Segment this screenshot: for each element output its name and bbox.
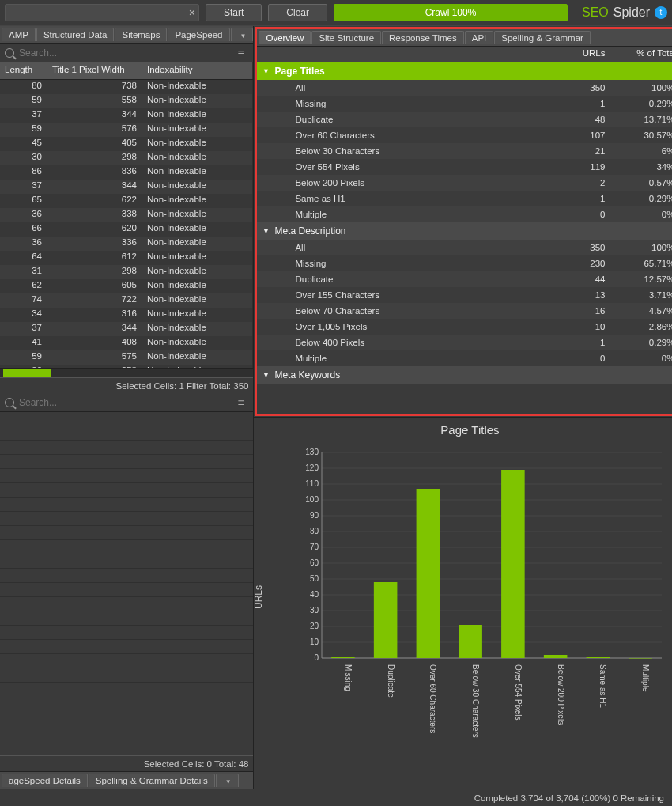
tab-spelling-grammar-details[interactable]: Spelling & Grammar Details (89, 774, 215, 787)
section-header[interactable]: ▼Page Titles (257, 62, 672, 80)
list-item[interactable] (0, 583, 253, 597)
svg-rect-38 (502, 470, 526, 658)
list-item[interactable] (0, 597, 253, 611)
brand-logo: SEO Spider t (574, 6, 667, 20)
crawl-progress: Crawl 100% (334, 4, 568, 21)
table-row[interactable]: 59576Non-Indexable (0, 123, 253, 137)
table-row[interactable]: 86836Non-Indexable (0, 165, 253, 180)
chart-ylabel: URLs (253, 585, 264, 608)
lower-grid (0, 412, 253, 755)
start-button[interactable]: Start (206, 4, 262, 21)
col-title-pixel-width[interactable]: Title 1 Pixel Width (47, 62, 142, 79)
table-row[interactable]: 36338Non-Indexable (0, 208, 253, 222)
url-input[interactable]: × (5, 4, 199, 21)
col-indexability[interactable]: Indexability (142, 62, 253, 79)
table-row[interactable]: 36336Non-Indexable (0, 237, 253, 251)
table-row[interactable]: 37344Non-Indexable (0, 322, 253, 336)
filter-row[interactable]: Over 554 Pixels11934% (257, 159, 672, 175)
list-item[interactable] (0, 626, 253, 640)
table-row[interactable]: 62605Non-Indexable (0, 279, 253, 293)
section-header[interactable]: ▼Meta Description (257, 222, 672, 240)
search-input[interactable] (19, 47, 232, 59)
filter-row[interactable]: Below 200 Pixels20.57% (257, 175, 672, 191)
table-row[interactable]: 37344Non-Indexable (0, 180, 253, 194)
table-row[interactable]: 64612Non-Indexable (0, 251, 253, 265)
svg-text:Below 30 Characters: Below 30 Characters (472, 664, 481, 738)
filter-row[interactable]: Duplicate4813.71% (257, 112, 672, 127)
list-item[interactable] (0, 455, 253, 469)
col-urls[interactable]: URLs (548, 47, 611, 62)
table-row[interactable]: 37344Non-Indexable (0, 108, 253, 123)
clear-button[interactable]: Clear (268, 4, 327, 21)
table-row[interactable]: 74722Non-Indexable (0, 293, 253, 308)
table-row[interactable]: 80738Non-Indexable (0, 80, 253, 94)
tabs-overflow[interactable] (231, 28, 254, 41)
filter-row[interactable]: Over 155 Characters133.71% (257, 287, 672, 303)
left-hscroll[interactable] (0, 368, 253, 377)
filter-row[interactable]: Below 70 Characters164.57% (257, 303, 672, 319)
list-item[interactable] (0, 554, 253, 569)
table-row[interactable]: 31298Non-Indexable (0, 265, 253, 279)
table-row[interactable]: 41408Non-Indexable (0, 336, 253, 350)
table-row[interactable]: 30298Non-Indexable (0, 151, 253, 165)
filter-icon[interactable]: ≡ (237, 47, 248, 59)
table-row[interactable]: 65622Non-Indexable (0, 194, 253, 208)
list-item[interactable] (0, 569, 253, 583)
right-table-body: ▼Page TitlesAll350100%Missing10.29%Dupli… (257, 62, 672, 414)
tabs-overflow[interactable] (216, 774, 239, 787)
twitter-icon[interactable]: t (655, 6, 667, 19)
svg-text:Duplicate: Duplicate (387, 664, 395, 698)
tab-amp[interactable]: AMP (2, 28, 36, 41)
filter-row[interactable]: Below 30 Characters216% (257, 143, 672, 159)
table-row[interactable]: 26258Non-Indexable (0, 365, 253, 368)
filter-icon[interactable]: ≡ (237, 396, 248, 409)
table-row[interactable]: 59575Non-Indexable (0, 350, 253, 365)
table-row[interactable]: 66620Non-Indexable (0, 222, 253, 237)
table-row[interactable]: 59558Non-Indexable (0, 94, 253, 108)
tab-overview[interactable]: Overview (259, 31, 311, 44)
section-header[interactable]: ▼Meta Keywords (257, 366, 672, 384)
list-item[interactable] (0, 611, 253, 626)
right-table-header: URLs % of Total (257, 47, 672, 62)
tab-agespeed-details[interactable]: ageSpeed Details (2, 774, 88, 787)
brand-spider: Spider (613, 6, 650, 20)
filter-row[interactable]: Same as H110.29% (257, 191, 672, 206)
filter-row[interactable]: All350100% (257, 240, 672, 255)
filter-row[interactable]: All350100% (257, 80, 672, 96)
clear-url-icon[interactable]: × (189, 6, 195, 19)
list-item[interactable] (0, 654, 253, 668)
tab-api[interactable]: API (465, 31, 494, 44)
table-row[interactable]: 34316Non-Indexable (0, 308, 253, 322)
tab-site-structure[interactable]: Site Structure (311, 31, 381, 44)
list-item[interactable] (0, 526, 253, 540)
tab-response-times[interactable]: Response Times (382, 31, 464, 44)
filter-row[interactable]: Missing23065.71% (257, 255, 672, 271)
filter-row[interactable]: Multiple00% (257, 350, 672, 366)
list-item[interactable] (0, 441, 253, 455)
list-item[interactable] (0, 668, 253, 683)
list-item[interactable] (0, 426, 253, 441)
lower-tabstrip: ageSpeed DetailsSpelling & Grammar Detai… (0, 771, 253, 789)
filter-row[interactable]: Over 1,005 Pixels102.86% (257, 319, 672, 335)
col-length[interactable]: Length (0, 62, 47, 79)
table-row[interactable]: 45405Non-Indexable (0, 137, 253, 151)
tab-structured-data[interactable]: Structured Data (36, 28, 115, 41)
filter-row[interactable]: Duplicate4412.57% (257, 271, 672, 287)
tab-pagespeed[interactable]: PageSpeed (168, 28, 229, 41)
list-item[interactable] (0, 498, 253, 512)
col-pct[interactable]: % of Total (611, 47, 672, 62)
list-item[interactable] (0, 469, 253, 483)
list-item[interactable] (0, 640, 253, 654)
filter-row[interactable]: Over 60 Characters10730.57% (257, 127, 672, 143)
list-item[interactable] (0, 412, 253, 426)
list-item[interactable] (0, 483, 253, 498)
list-item[interactable] (0, 540, 253, 554)
tab-sitemaps[interactable]: Sitemaps (115, 28, 167, 41)
filter-row[interactable]: Below 400 Pixels10.29% (257, 335, 672, 350)
chevron-down-icon: ▼ (257, 371, 274, 379)
filter-row[interactable]: Missing10.29% (257, 96, 672, 112)
tab-spelling-grammar[interactable]: Spelling & Grammar (494, 31, 591, 44)
lower-search-input[interactable] (19, 397, 232, 408)
filter-row[interactable]: Multiple00% (257, 206, 672, 222)
list-item[interactable] (0, 512, 253, 526)
